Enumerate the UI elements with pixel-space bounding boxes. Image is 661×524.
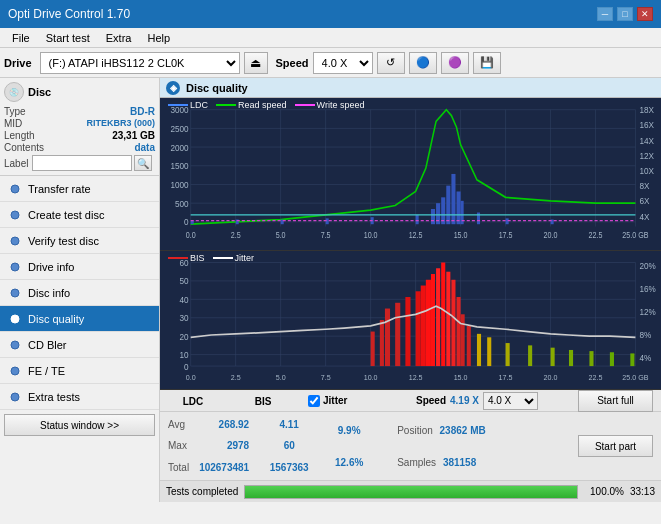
svg-text:25.0 GB: 25.0 GB [622,372,648,382]
menubar: File Start test Extra Help [0,28,661,48]
sidebar-item-disc-info[interactable]: Disc info [0,280,159,306]
drive-info-label: Drive info [28,261,74,273]
svg-point-4 [11,289,19,297]
start-part-button[interactable]: Start part [578,435,653,457]
svg-text:0.0: 0.0 [186,372,196,382]
speed-label: Speed [276,57,309,69]
speed-value-select[interactable]: 4.0 X [483,392,538,410]
svg-text:4X: 4X [640,211,650,222]
svg-text:2.5: 2.5 [231,372,241,382]
svg-text:14X: 14X [640,135,655,146]
jitter-checkbox[interactable] [308,395,320,407]
sidebar-item-verify-test-disc[interactable]: Verify test disc [0,228,159,254]
drive-select[interactable]: (F:) ATAPI iHBS112 2 CL0K [40,52,240,74]
read-speed-legend: Read speed [216,100,287,110]
contents-label: Contents [4,142,44,153]
disc-info-table: Type BD-R MID RITEKBR3 (000) Length 23,3… [4,106,155,171]
sidebar-item-extra-tests[interactable]: Extra tests [0,384,159,410]
sidebar-item-cd-bler[interactable]: CD Bler [0,332,159,358]
disc-panel-header: 💿 Disc [4,82,155,102]
sidebar-item-fe-te[interactable]: FE / TE [0,358,159,384]
fe-te-label: FE / TE [28,365,65,377]
progress-fill [245,486,577,498]
sidebar-item-create-test-disc[interactable]: Create test disc [0,202,159,228]
max-ldc-label: Max [168,440,187,451]
disc-info-label: Disc info [28,287,70,299]
close-button[interactable]: ✕ [637,7,653,21]
svg-rect-136 [630,353,634,366]
svg-text:30: 30 [180,313,189,324]
label-button[interactable]: 🔍 [134,155,152,171]
disc-quality-label: Disc quality [28,313,84,325]
extra-tests-label: Extra tests [28,391,80,403]
status-text: Tests completed [166,486,238,497]
max-ldc-value: 2978 [227,440,249,451]
sidebar-item-drive-info[interactable]: Drive info [0,254,159,280]
menu-help[interactable]: Help [139,30,178,46]
svg-point-8 [11,393,19,401]
ldc-header: LDC [183,396,204,407]
svg-rect-125 [457,297,461,366]
svg-text:16X: 16X [640,120,655,131]
svg-text:2500: 2500 [170,123,188,134]
create-test-disc-icon [8,208,22,222]
avg-bis-value: 4.11 [269,419,309,430]
save-button[interactable]: 💾 [473,52,501,74]
svg-rect-129 [487,337,491,366]
max-jitter-value: 12.6% [329,457,369,468]
bottom-chart-svg: 60 50 40 30 20 10 0 20% 16% 12% 8% 4% 0.… [160,251,661,389]
svg-rect-134 [589,351,593,366]
svg-text:5.0: 5.0 [276,231,286,241]
disc-label-row: Label 🔍 [4,155,155,171]
cd-bler-icon [8,338,22,352]
svg-text:8X: 8X [640,181,650,192]
menu-start-test[interactable]: Start test [38,30,98,46]
svg-rect-58 [416,215,419,224]
svg-text:5.0: 5.0 [276,372,286,382]
svg-rect-120 [431,274,435,366]
nav-items: Transfer rateCreate test discVerify test… [0,176,159,410]
svg-text:1000: 1000 [170,179,188,190]
progress-time: 33:13 [630,486,655,497]
maximize-button[interactable]: □ [617,7,633,21]
charts-area: LDC Read speed Write speed [160,98,661,390]
menu-extra[interactable]: Extra [98,30,140,46]
label-label: Label [4,158,28,169]
label-input[interactable] [32,155,132,171]
start-full-button[interactable]: Start full [578,390,653,412]
minimize-button[interactable]: ─ [597,7,613,21]
svg-point-5 [11,315,19,323]
menu-file[interactable]: File [4,30,38,46]
svg-text:10.0: 10.0 [364,372,378,382]
disc-quality-header: ◈ Disc quality [160,78,661,98]
status-window-button[interactable]: Status window >> [4,414,155,436]
position-label: Position [397,425,433,436]
disc-length-row: Length 23,31 GB [4,130,155,141]
sidebar-item-transfer-rate[interactable]: Transfer rate [0,176,159,202]
length-label: Length [4,130,35,141]
svg-rect-132 [551,348,555,366]
svg-text:6X: 6X [640,196,650,207]
svg-text:18X: 18X [640,105,655,116]
eject-button[interactable]: ⏏ [244,52,268,74]
svg-text:12X: 12X [640,150,655,161]
svg-rect-113 [380,320,384,366]
settings-button2[interactable]: 🟣 [441,52,469,74]
speed-header: Speed [416,395,446,406]
speed-select[interactable]: 4.0 X 2.0 X 8.0 X [313,52,373,74]
app-title: Opti Drive Control 1.70 [8,7,130,21]
contents-value: data [134,142,155,153]
svg-rect-135 [610,352,614,366]
svg-text:17.5: 17.5 [499,231,513,241]
svg-rect-56 [326,218,329,224]
settings-button1[interactable]: 🔵 [409,52,437,74]
refresh-button[interactable]: ↺ [377,52,405,74]
svg-text:16%: 16% [640,284,657,295]
ldc-legend: LDC [168,100,208,110]
svg-text:4%: 4% [640,353,652,364]
svg-text:15.0: 15.0 [454,231,468,241]
type-label: Type [4,106,26,117]
sidebar-item-disc-quality[interactable]: Disc quality [0,306,159,332]
svg-rect-115 [395,303,400,366]
bis-header: BIS [255,396,272,407]
